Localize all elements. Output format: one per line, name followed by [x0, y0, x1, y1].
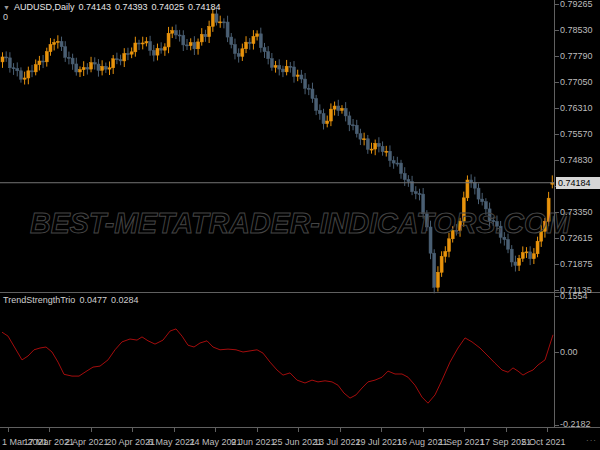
candlestick-chart[interactable]: BEST-METATRADER-INDICATORS.COM [0, 0, 600, 450]
price-axis-label: 0.79265 [560, 0, 593, 9]
indicator-axis-zero: 0.00 [560, 347, 578, 357]
indicator-axis-min: -0.2182 [560, 419, 591, 429]
price-axis-label: 0.74830 [560, 155, 593, 165]
price-axis-label: 0.75570 [560, 129, 593, 139]
time-axis-label: 1 Sep 2021 [439, 437, 485, 447]
quote-subline: 0 [3, 12, 8, 22]
time-axis-label: 9 Jun 2021 [231, 437, 276, 447]
time-axis-label: 29 Jul 2021 [356, 437, 403, 447]
symbol-timeframe: AUDUSD,Daily [14, 2, 75, 12]
indicator-value-1: 0.0477 [79, 295, 107, 305]
quote-readout: ▼AUDUSD,Daily0.741430.743930.740250.7418… [3, 2, 225, 13]
current-price-tag: 0.74184 [556, 177, 600, 189]
indicator-line [2, 329, 553, 403]
quote-high: 0.74393 [115, 2, 148, 12]
quote-open: 0.74143 [78, 2, 111, 12]
indicator-name: TrendStrengthTrio [3, 295, 75, 305]
indicator-value-2: 0.0284 [111, 295, 139, 305]
axis-corner-dots: ··· [586, 436, 597, 445]
quote-close: 0.74184 [188, 2, 221, 12]
time-axis-label: 13 Jul 2021 [314, 437, 361, 447]
watermark-text: BEST-METATRADER-INDICATORS.COM [30, 206, 571, 239]
price-axis-label: 0.73350 [560, 207, 593, 217]
indicator-title: TrendStrengthTrio0.04770.0284 [3, 295, 142, 305]
time-axis-label: 2 Apr 2021 [65, 437, 109, 447]
symbol-marker-icon: ▼ [3, 4, 10, 11]
time-axis-label: 5 Oct 2021 [522, 437, 566, 447]
price-axis-label: 0.76310 [560, 103, 593, 113]
price-axis-label: 0.77050 [560, 77, 593, 87]
price-axis-label: 0.71875 [560, 259, 593, 269]
indicator-axis-max: 0.1554 [560, 291, 588, 301]
price-axis-label: 0.72615 [560, 233, 593, 243]
time-axis-label: 6 May 2021 [148, 437, 195, 447]
mt4-chart-window: BEST-METATRADER-INDICATORS.COM ▼AUDUSD,D… [0, 0, 600, 450]
price-axis-label: 0.77790 [560, 51, 593, 61]
candles-layer[interactable] [1, 8, 554, 293]
quote-low: 0.74025 [152, 2, 185, 12]
watermark: BEST-METATRADER-INDICATORS.COM [30, 206, 571, 239]
price-axis-label: 0.78530 [560, 25, 593, 35]
